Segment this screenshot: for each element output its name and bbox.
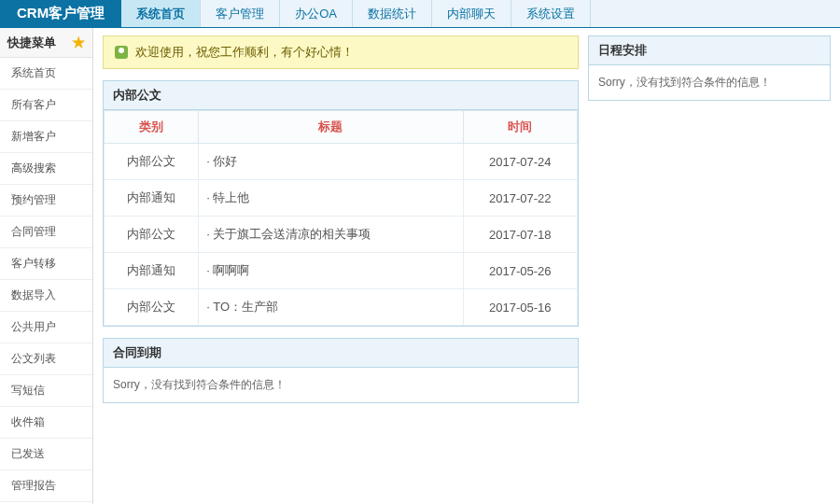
cell-time: 2017-05-26 <box>463 253 577 289</box>
cell-cat: 内部公文 <box>105 217 199 253</box>
cell-title[interactable]: TO：生产部 <box>199 289 463 326</box>
cell-cat: 内部公文 <box>105 289 199 326</box>
topnav-item[interactable]: 数据统计 <box>353 0 432 27</box>
table-row[interactable]: 内部通知啊啊啊2017-05-26 <box>105 253 578 289</box>
col-left: 欢迎使用，祝您工作顺利，有个好心情！ 内部公文 类别标题时间 内部公文你好201… <box>103 35 579 497</box>
sidebar-item[interactable]: 客户转移 <box>0 248 92 280</box>
sidebar-item[interactable]: 管理报告 <box>0 470 92 502</box>
user-icon <box>115 46 128 59</box>
panel-schedule-empty: Sorry，没有找到符合条件的信息！ <box>589 65 830 100</box>
sidebar-item[interactable]: 公共用户 <box>0 312 92 343</box>
sidebar-item[interactable]: 写短信 <box>0 375 92 407</box>
cell-title[interactable]: 你好 <box>199 144 463 180</box>
sidebar-item[interactable]: 收件箱 <box>0 407 92 439</box>
cell-title[interactable]: 啊啊啊 <box>199 253 463 289</box>
panel-docs-title: 内部公文 <box>104 81 578 110</box>
sidebar-item[interactable]: 已发送 <box>0 439 92 470</box>
welcome-banner: 欢迎使用，祝您工作顺利，有个好心情！ <box>103 35 579 69</box>
panel-contract: 合同到期 Sorry，没有找到符合条件的信息！ <box>103 338 579 403</box>
sidebar: 快捷菜单 ★ 系统首页所有客户新增客户高级搜索预约管理合同管理客户转移数据导入公… <box>0 28 93 504</box>
topnav-item[interactable]: 办公OA <box>280 0 353 27</box>
sidebar-header: 快捷菜单 ★ <box>0 28 92 58</box>
panel-schedule: 日程安排 Sorry，没有找到符合条件的信息！ <box>588 35 831 101</box>
docs-table: 类别标题时间 内部公文你好2017-07-24内部通知特上他2017-07-22… <box>104 110 578 326</box>
table-row[interactable]: 内部公文你好2017-07-24 <box>105 144 578 180</box>
sidebar-item[interactable]: 合同管理 <box>0 217 92 248</box>
star-icon[interactable]: ★ <box>72 34 85 51</box>
sidebar-item[interactable]: 预约管理 <box>0 185 92 217</box>
top-bar: CRM客户管理 系统首页客户管理办公OA数据统计内部聊天系统设置 <box>0 0 840 28</box>
table-header: 标题 <box>199 111 463 144</box>
cell-time: 2017-07-18 <box>463 217 577 253</box>
panel-docs: 内部公文 类别标题时间 内部公文你好2017-07-24内部通知特上他2017-… <box>103 80 579 327</box>
cell-cat: 内部通知 <box>105 253 199 289</box>
top-nav: 系统首页客户管理办公OA数据统计内部聊天系统设置 <box>121 0 591 27</box>
sidebar-item[interactable]: 高级搜索 <box>0 153 92 185</box>
sidebar-title: 快捷菜单 <box>7 35 56 51</box>
sidebar-item[interactable]: 公文列表 <box>0 343 92 375</box>
cell-title[interactable]: 关于旗工会送清凉的相关事项 <box>199 217 463 253</box>
sidebar-item[interactable]: 系统首页 <box>0 58 92 90</box>
table-header: 时间 <box>463 111 577 144</box>
layout: 快捷菜单 ★ 系统首页所有客户新增客户高级搜索预约管理合同管理客户转移数据导入公… <box>0 28 840 504</box>
table-row[interactable]: 内部公文TO：生产部2017-05-16 <box>105 289 578 326</box>
panel-contract-empty: Sorry，没有找到符合条件的信息！ <box>104 368 578 402</box>
cell-time: 2017-07-24 <box>463 144 577 180</box>
col-right: 日程安排 Sorry，没有找到符合条件的信息！ <box>588 35 831 497</box>
cell-cat: 内部公文 <box>105 144 199 180</box>
cell-time: 2017-05-16 <box>463 289 577 326</box>
topnav-item[interactable]: 客户管理 <box>201 0 280 27</box>
cell-title[interactable]: 特上他 <box>199 180 463 217</box>
main: 欢迎使用，祝您工作顺利，有个好心情！ 内部公文 类别标题时间 内部公文你好201… <box>93 28 840 504</box>
table-header: 类别 <box>105 111 199 144</box>
brand: CRM客户管理 <box>0 0 121 27</box>
topnav-item[interactable]: 系统设置 <box>511 0 591 27</box>
sidebar-item[interactable]: 所有客户 <box>0 90 92 121</box>
cell-time: 2017-07-22 <box>463 180 577 217</box>
sidebar-item[interactable]: 新增客户 <box>0 121 92 153</box>
panel-contract-title: 合同到期 <box>104 339 578 368</box>
table-row[interactable]: 内部公文关于旗工会送清凉的相关事项2017-07-18 <box>105 217 578 253</box>
panel-schedule-title: 日程安排 <box>589 36 830 65</box>
cell-cat: 内部通知 <box>105 180 199 217</box>
sidebar-item[interactable]: 数据导入 <box>0 280 92 312</box>
table-row[interactable]: 内部通知特上他2017-07-22 <box>105 180 578 217</box>
topnav-item[interactable]: 内部聊天 <box>432 0 511 27</box>
sidebar-list: 系统首页所有客户新增客户高级搜索预约管理合同管理客户转移数据导入公共用户公文列表… <box>0 58 92 504</box>
topnav-item[interactable]: 系统首页 <box>121 0 201 27</box>
welcome-text: 欢迎使用，祝您工作顺利，有个好心情！ <box>135 44 354 61</box>
